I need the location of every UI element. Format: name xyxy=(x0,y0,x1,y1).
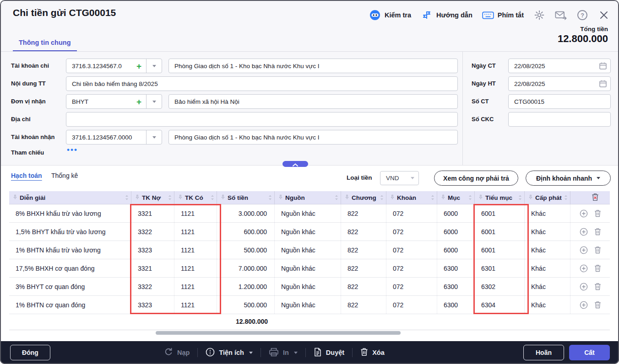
don-vi-nhan-combo[interactable]: BHYT + xyxy=(66,94,162,109)
cell-dien-giai[interactable]: 17,5% BHXH cơ quan đóng xyxy=(9,259,131,277)
cell-nguon[interactable]: Nguồn khác xyxy=(275,223,341,241)
approve-button[interactable]: Duyệt xyxy=(314,348,344,358)
cell-tk-co[interactable]: 1121 xyxy=(174,278,217,295)
tab-thong-ke[interactable]: Thống kê xyxy=(51,172,78,179)
add-row-icon[interactable] xyxy=(580,228,588,236)
add-account-icon[interactable]: + xyxy=(132,62,146,70)
cell-tk-no[interactable]: 3323 xyxy=(131,296,174,314)
tai-khoan-nhan-name-input[interactable] xyxy=(168,130,458,145)
cell-chuong[interactable]: 822 xyxy=(341,223,386,241)
cell-dien-giai[interactable]: 8% BHXH khấu trừ vào lương xyxy=(9,204,131,222)
column-header-so-tien[interactable]: Số tiền xyxy=(217,191,275,204)
cell-nguon[interactable]: Nguồn khác xyxy=(275,204,341,222)
sort-icon[interactable] xyxy=(268,195,272,200)
delete-row-icon[interactable] xyxy=(594,246,601,254)
add-row-icon[interactable] xyxy=(580,264,588,273)
add-row-icon[interactable] xyxy=(580,209,588,218)
sort-icon[interactable] xyxy=(125,195,129,200)
cell-tieu-muc[interactable]: 6001 xyxy=(475,241,525,259)
trash-x-icon[interactable] xyxy=(592,193,599,203)
ngay-ct-input[interactable] xyxy=(508,59,611,73)
cell-cap-phat[interactable]: Khác xyxy=(525,296,570,314)
cell-tieu-muc[interactable]: 6001 xyxy=(475,204,525,222)
sort-icon[interactable] xyxy=(518,195,522,200)
currency-select[interactable]: VND xyxy=(380,171,419,185)
column-header-dien-giai[interactable]: Diễn giải xyxy=(9,191,131,204)
cell-tieu-muc[interactable]: 6302 xyxy=(475,278,525,295)
cell-chuong[interactable]: 822 xyxy=(341,296,386,314)
tai-khoan-chi-name-input[interactable] xyxy=(168,59,458,73)
column-header-tk-no[interactable]: TK Nợ xyxy=(131,191,174,204)
column-header-cap-phat[interactable]: Cấp phát xyxy=(525,191,570,204)
so-ckc-input[interactable] xyxy=(508,112,611,127)
pin-icon[interactable] xyxy=(278,194,283,201)
pin-icon[interactable] xyxy=(528,194,533,201)
cell-khoan[interactable]: 072 xyxy=(386,223,437,241)
pin-icon[interactable] xyxy=(345,194,349,201)
cell-so-tien[interactable]: 500.000 xyxy=(217,241,275,259)
sort-icon[interactable] xyxy=(335,195,338,200)
cell-khoan[interactable]: 072 xyxy=(386,241,437,259)
delete-row-icon[interactable] xyxy=(594,228,601,236)
pin-icon[interactable] xyxy=(441,194,445,201)
add-row-icon[interactable] xyxy=(580,283,588,291)
cell-khoan[interactable]: 072 xyxy=(386,259,437,277)
close-button[interactable]: Đóng xyxy=(10,345,50,360)
collapse-form-button[interactable] xyxy=(282,161,308,167)
cell-cap-phat[interactable]: Khác xyxy=(525,278,570,295)
cell-chuong[interactable]: 822 xyxy=(341,259,386,277)
delete-row-icon[interactable] xyxy=(594,209,601,217)
quick-posting-button[interactable]: Định khoản nhanh xyxy=(526,171,611,186)
sort-icon[interactable] xyxy=(168,195,172,200)
sort-icon[interactable] xyxy=(431,195,434,200)
cell-muc[interactable]: 6000 xyxy=(437,204,475,222)
guide-button[interactable]: Hướng dẫn xyxy=(421,9,472,21)
pin-icon[interactable] xyxy=(221,194,225,201)
cell-so-tien[interactable]: 1.200.000 xyxy=(217,278,275,295)
column-header-nguon[interactable]: Nguồn xyxy=(275,191,341,204)
cell-tk-co[interactable]: 1121 xyxy=(174,204,217,222)
column-header-tk-co[interactable]: TK Có xyxy=(174,191,217,204)
noi-dung-tt-input[interactable] xyxy=(66,76,458,91)
cell-nguon[interactable]: Nguồn khác xyxy=(275,296,341,314)
cell-nguon[interactable]: Nguồn khác xyxy=(275,241,341,259)
cell-khoan[interactable]: 072 xyxy=(386,204,437,222)
tab-hach-toan[interactable]: Hạch toán xyxy=(11,172,42,179)
cell-cap-phat[interactable]: Khác xyxy=(525,259,570,277)
add-row-icon[interactable] xyxy=(580,301,588,309)
delete-button[interactable]: Xóa xyxy=(360,348,385,358)
cell-muc[interactable]: 6000 xyxy=(437,223,475,241)
cell-tk-co[interactable]: 1121 xyxy=(174,223,217,241)
so-ct-input[interactable] xyxy=(508,94,611,109)
ngay-ht-input[interactable] xyxy=(508,76,611,91)
cell-so-tien[interactable]: 600.000 xyxy=(217,223,275,241)
don-vi-nhan-name-input[interactable] xyxy=(168,94,458,109)
cell-tk-no[interactable]: 3323 xyxy=(131,241,174,259)
sort-icon[interactable] xyxy=(380,195,384,200)
reload-button[interactable]: Nạp xyxy=(164,348,190,358)
cell-tieu-muc[interactable]: 6304 xyxy=(475,296,525,314)
cell-tk-no[interactable]: 3321 xyxy=(131,204,174,222)
check-button[interactable]: Kiểm tra xyxy=(369,9,411,21)
close-icon[interactable] xyxy=(598,9,610,21)
cell-tk-no[interactable]: 3322 xyxy=(131,278,174,295)
cell-so-tien[interactable]: 7.000.000 xyxy=(217,259,275,277)
shortcut-button[interactable]: Phím tắt xyxy=(482,9,524,21)
cell-so-tien[interactable]: 3.000.000 xyxy=(217,204,275,222)
column-header-khoan[interactable]: Khoản xyxy=(386,191,437,204)
tai-khoan-nhan-combo[interactable]: 3716.1.1234567.0000 xyxy=(66,130,162,145)
print-button[interactable]: In xyxy=(269,348,298,358)
cell-tieu-muc[interactable]: 6001 xyxy=(475,223,525,241)
add-unit-icon[interactable]: + xyxy=(132,97,146,106)
cell-nguon[interactable]: Nguồn khác xyxy=(275,259,341,277)
column-header-chuong[interactable]: Chương xyxy=(341,191,386,204)
help-icon[interactable]: ? xyxy=(576,9,588,21)
view-payables-button[interactable]: Xem công nợ phải trả xyxy=(434,171,518,186)
cell-muc[interactable]: 6000 xyxy=(437,241,475,259)
tai-khoan-nhan-code[interactable]: 3716.1.1234567.0000 xyxy=(66,134,146,141)
chevron-down-icon[interactable] xyxy=(146,130,162,144)
tai-khoan-chi-combo[interactable]: 3716.3.1234567.0 + xyxy=(66,59,162,73)
sort-icon[interactable] xyxy=(211,195,214,200)
cell-tieu-muc[interactable]: 6301 xyxy=(475,259,525,277)
delete-row-icon[interactable] xyxy=(594,283,601,290)
